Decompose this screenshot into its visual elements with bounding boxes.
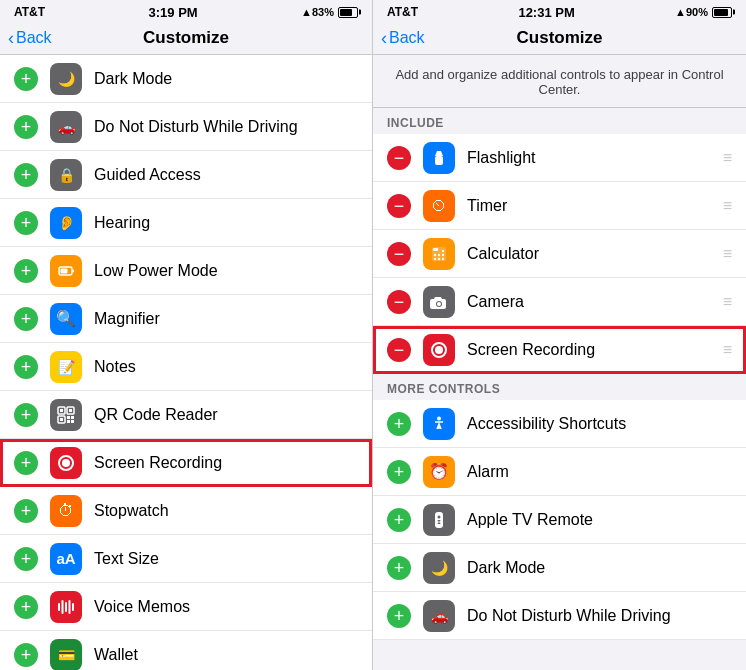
accessibility-label: Accessibility Shortcuts [467,415,732,433]
right-chevron-icon: ‹ [381,28,387,49]
hearing-icon: 👂 [50,207,82,239]
add-button[interactable]: + [14,211,38,235]
more-item-accessibility[interactable]: + Accessibility Shortcuts [373,400,746,448]
include-list: − Flashlight ≡ − ⏲ Timer ≡ [373,134,746,374]
svg-rect-12 [71,420,74,423]
remove-button[interactable]: − [387,242,411,266]
include-item-calculator[interactable]: − Calculator ≡ [373,230,746,278]
left-chevron-icon: ‹ [8,28,14,49]
appletv-label: Apple TV Remote [467,511,732,529]
svg-rect-16 [62,600,64,614]
left-back-label[interactable]: Back [16,29,52,47]
item-label: Guided Access [94,166,358,184]
include-item-flashlight[interactable]: − Flashlight ≡ [373,134,746,182]
list-item[interactable]: + ⏱ Stopwatch [0,487,372,535]
include-item-camera[interactable]: − Camera ≡ [373,278,746,326]
remove-button[interactable]: − [387,338,411,362]
right-back-label[interactable]: Back [389,29,425,47]
remove-button[interactable]: − [387,194,411,218]
item-label: Hearing [94,214,358,232]
camera-label: Camera [467,293,723,311]
left-nav-title: Customize [143,28,229,48]
add-button[interactable]: + [14,451,38,475]
add-button[interactable]: + [14,499,38,523]
drag-handle-icon[interactable]: ≡ [723,293,732,311]
svg-rect-18 [69,600,71,614]
more-item-alarm[interactable]: + ⏰ Alarm [373,448,746,496]
item-label: Stopwatch [94,502,358,520]
svg-point-25 [442,253,444,255]
right-back-button[interactable]: ‹ Back [381,28,425,49]
screen-recording-left-item[interactable]: + Screen Recording [0,439,372,487]
list-item[interactable]: + Voice Memos [0,583,372,631]
add-button[interactable]: + [387,604,411,628]
drag-handle-icon[interactable]: ≡ [723,197,732,215]
right-battery-icon [712,7,732,18]
add-button[interactable]: + [14,403,38,427]
svg-point-26 [434,257,436,259]
list-item[interactable]: + 💳 Wallet [0,631,372,670]
more-item-dark-mode[interactable]: + 🌙 Dark Mode [373,544,746,592]
item-label: Text Size [94,550,358,568]
list-item[interactable]: + 📝 Notes [0,343,372,391]
svg-point-36 [438,515,441,518]
right-signal-icon: ▲90% [675,6,708,18]
add-button[interactable]: + [14,547,38,571]
screen-recording-right-item[interactable]: − Screen Recording ≡ [373,326,746,374]
add-button[interactable]: + [14,307,38,331]
add-button[interactable]: + [14,259,38,283]
add-button[interactable]: + [14,643,38,667]
alarm-icon: ⏰ [423,456,455,488]
add-button[interactable]: + [14,115,38,139]
add-button[interactable]: + [387,460,411,484]
list-item[interactable]: + 🚗 Do Not Disturb While Driving [0,103,372,151]
list-item[interactable]: + 🔒 Guided Access [0,151,372,199]
list-item[interactable]: + 🔍 Magnifier [0,295,372,343]
add-button[interactable]: + [14,595,38,619]
add-button[interactable]: + [14,355,38,379]
item-label: Magnifier [94,310,358,328]
dnd2-icon: 🚗 [423,600,455,632]
more-item-dnd[interactable]: + 🚗 Do Not Disturb While Driving [373,592,746,640]
svg-point-33 [435,346,443,354]
dark-mode-icon: 🌙 [50,63,82,95]
dnd2-label: Do Not Disturb While Driving [467,607,732,625]
remove-button[interactable]: − [387,146,411,170]
screen-recording-left-label: Screen Recording [94,454,358,472]
drag-handle-icon[interactable]: ≡ [723,341,732,359]
include-section-header: INCLUDE [373,108,746,134]
accessibility-icon [423,408,455,440]
add-button[interactable]: + [387,508,411,532]
list-item[interactable]: + aA Text Size [0,535,372,583]
voice-memos-icon [50,591,82,623]
list-item[interactable]: + QR Code Reader [0,391,372,439]
left-back-button[interactable]: ‹ Back [8,28,52,49]
add-button[interactable]: + [387,556,411,580]
add-button[interactable]: + [14,67,38,91]
add-button[interactable]: + [14,163,38,187]
list-item[interactable]: + 🌙 Dark Mode [0,55,372,103]
guided-access-icon: 🔒 [50,159,82,191]
svg-rect-2 [61,268,68,273]
item-label: Wallet [94,646,358,664]
svg-rect-37 [438,520,441,522]
right-nav-title: Customize [517,28,603,48]
calculator-label: Calculator [467,245,723,263]
svg-point-31 [437,302,441,306]
description-text: Add and organize additional controls to … [395,67,723,97]
include-item-timer[interactable]: − ⏲ Timer ≡ [373,182,746,230]
drag-handle-icon[interactable]: ≡ [723,245,732,263]
list-item[interactable]: + Low Power Mode [0,247,372,295]
list-item[interactable]: + 👂 Hearing [0,199,372,247]
svg-rect-7 [69,409,72,412]
right-time: 12:31 PM [518,5,574,20]
svg-rect-19 [72,603,74,611]
drag-handle-icon[interactable]: ≡ [723,149,732,167]
more-item-appletv[interactable]: + Apple TV Remote [373,496,746,544]
item-label: Do Not Disturb While Driving [94,118,358,136]
remove-button[interactable]: − [387,290,411,314]
screen-recording-right-label: Screen Recording [467,341,723,359]
svg-point-27 [438,257,440,259]
add-button[interactable]: + [387,412,411,436]
timer-icon: ⏲ [423,190,455,222]
